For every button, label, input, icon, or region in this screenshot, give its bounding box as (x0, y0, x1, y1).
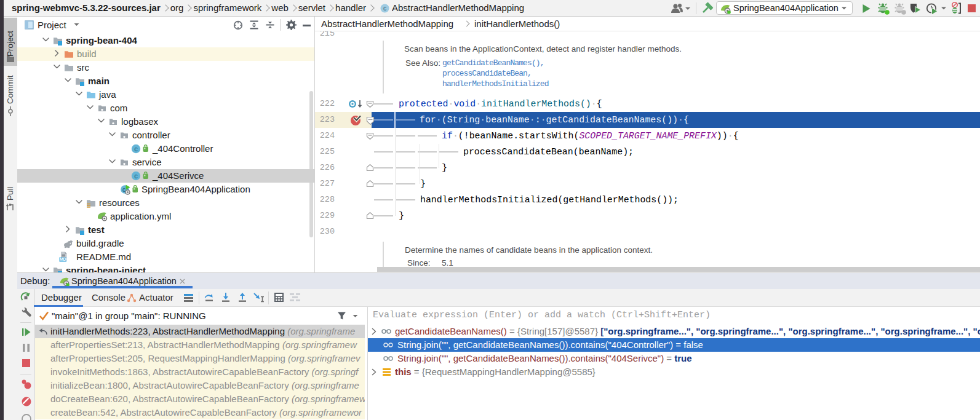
svg-text:c: c (383, 5, 386, 12)
